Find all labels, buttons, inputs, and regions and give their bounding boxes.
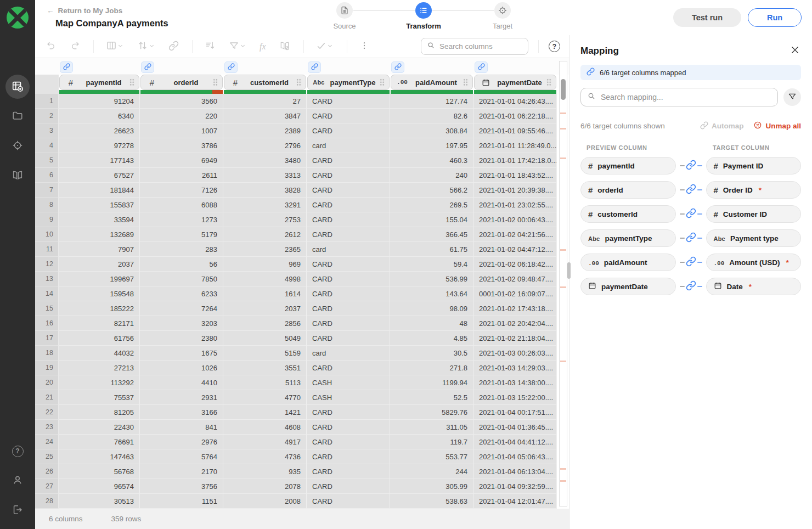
- cell-orderId[interactable]: 3756: [140, 479, 223, 494]
- cell-paidAmount[interactable]: 155.04: [390, 212, 473, 227]
- target-column-pill[interactable]: #Order ID*: [706, 181, 802, 199]
- cell-paymentId[interactable]: 76691: [59, 435, 140, 449]
- validate-menu-button[interactable]: [316, 41, 334, 53]
- column-header-paymentId[interactable]: #paymentId: [59, 75, 139, 90]
- cell-paymentType[interactable]: CARD: [307, 479, 390, 494]
- cell-paidAmount[interactable]: 98.09: [390, 301, 473, 316]
- sidebar-item-target[interactable]: [5, 134, 30, 158]
- cell-paymentDate[interactable]: 2021-01-01 11:28:49.0...: [473, 138, 557, 153]
- cell-paymentId[interactable]: 2037: [59, 257, 140, 272]
- vertical-scrollbar[interactable]: [559, 61, 567, 507]
- mapping-filter-button[interactable]: [783, 88, 801, 106]
- cell-paymentId[interactable]: 7907: [59, 242, 140, 257]
- preview-column-pill[interactable]: .00paidAmount: [580, 254, 676, 271]
- cell-paidAmount[interactable]: 4.85: [390, 331, 473, 346]
- cell-paymentId[interactable]: 75537: [59, 390, 140, 405]
- cell-paidAmount[interactable]: 82.6: [390, 109, 473, 123]
- mapping-link-icon[interactable]: [686, 232, 696, 245]
- cell-customerId[interactable]: 2365: [223, 242, 307, 257]
- cell-paymentId[interactable]: 44032: [59, 346, 140, 361]
- cell-paidAmount[interactable]: 61.75: [390, 242, 473, 257]
- cell-paymentType[interactable]: CARD: [307, 257, 390, 272]
- cell-paymentId[interactable]: 159548: [59, 286, 140, 301]
- cell-paymentId[interactable]: 67527: [59, 168, 140, 183]
- back-link[interactable]: ← Return to My Jobs: [47, 7, 122, 15]
- preview-column-pill[interactable]: AbcpaymentType: [580, 229, 676, 247]
- cell-paymentId[interactable]: 181844: [59, 183, 140, 198]
- cell-paymentType[interactable]: CARD: [307, 361, 390, 375]
- cell-paidAmount[interactable]: 553.77: [390, 449, 473, 464]
- cell-paymentType[interactable]: CARD: [307, 286, 390, 301]
- cell-orderId[interactable]: 7126: [140, 183, 223, 198]
- cell-paymentType[interactable]: CARD: [307, 494, 390, 509]
- cell-customerId[interactable]: 4770: [223, 390, 307, 405]
- cell-customerId[interactable]: 4917: [223, 435, 307, 449]
- cell-paymentId[interactable]: 26623: [59, 123, 140, 138]
- cell-paidAmount[interactable]: 538.63: [390, 494, 473, 509]
- drag-handle-icon[interactable]: [380, 78, 385, 86]
- column-link-badge[interactable]: [60, 61, 73, 73]
- cell-paidAmount[interactable]: 566.2: [390, 183, 473, 198]
- cell-orderId[interactable]: 3786: [140, 138, 223, 153]
- cell-customerId[interactable]: 969: [223, 257, 307, 272]
- cell-paidAmount[interactable]: 30.5: [390, 346, 473, 361]
- redo-button[interactable]: [70, 41, 80, 53]
- cell-paymentDate[interactable]: 2021-01-04 05:06:43....: [473, 449, 557, 464]
- cell-paymentDate[interactable]: 2021-01-02 00:06:43....: [473, 212, 557, 227]
- cell-paymentDate[interactable]: 2021-01-02 06:18:42....: [473, 257, 557, 272]
- cell-paymentId[interactable]: 6340: [59, 109, 140, 123]
- cell-customerId[interactable]: 1614: [223, 286, 307, 301]
- cell-paymentId[interactable]: 82171: [59, 316, 140, 331]
- cell-customerId[interactable]: 5049: [223, 331, 307, 346]
- cell-paidAmount[interactable]: 244: [390, 464, 473, 479]
- column-header-paymentDate[interactable]: paymentDate: [474, 75, 556, 90]
- cell-paymentType[interactable]: CARD: [307, 198, 390, 212]
- cell-paymentId[interactable]: 30513: [59, 494, 140, 509]
- sidebar-logout-button[interactable]: [5, 498, 30, 522]
- preview-column-pill[interactable]: #orderId: [580, 181, 676, 199]
- cell-paymentType[interactable]: card: [307, 346, 390, 361]
- cell-paymentType[interactable]: CARD: [307, 331, 390, 346]
- step-transform[interactable]: Transform: [391, 2, 456, 30]
- run-button[interactable]: Run: [748, 8, 802, 27]
- cell-customerId[interactable]: 3847: [223, 109, 307, 123]
- cell-paymentDate[interactable]: 2021-01-04 01:36:45....: [473, 420, 557, 435]
- cell-paymentType[interactable]: CARD: [307, 420, 390, 435]
- cell-customerId[interactable]: 27: [223, 94, 307, 109]
- sidebar-item-mapping[interactable]: [5, 75, 30, 99]
- cell-paidAmount[interactable]: 460.3: [390, 153, 473, 168]
- drag-handle-icon[interactable]: [213, 78, 218, 86]
- sort-menu-button[interactable]: [137, 40, 155, 53]
- link-columns-button[interactable]: [168, 41, 179, 53]
- more-options-button[interactable]: [359, 41, 369, 52]
- sidebar-help-button[interactable]: ?: [5, 439, 30, 463]
- cell-paymentDate[interactable]: 2021-01-01 18:43:52....: [473, 168, 557, 183]
- cell-orderId[interactable]: 7850: [140, 272, 223, 286]
- cell-paymentDate[interactable]: 2021-01-01 04:26:43....: [473, 94, 557, 109]
- cell-customerId[interactable]: 4736: [223, 449, 307, 464]
- cell-paymentId[interactable]: 91204: [59, 94, 140, 109]
- cell-paymentType[interactable]: CASH: [307, 390, 390, 405]
- cell-paymentId[interactable]: 56768: [59, 464, 140, 479]
- cell-orderId[interactable]: 2170: [140, 464, 223, 479]
- cell-paymentDate[interactable]: 2021-01-03 14:29:03....: [473, 361, 557, 375]
- cell-paymentId[interactable]: 96574: [59, 479, 140, 494]
- cell-paymentType[interactable]: CARD: [307, 435, 390, 449]
- column-link-badge[interactable]: [224, 61, 238, 73]
- reference-button[interactable]: [279, 40, 290, 53]
- cell-orderId[interactable]: 283: [140, 242, 223, 257]
- cell-customerId[interactable]: 1421: [223, 405, 307, 420]
- cell-paymentDate[interactable]: 2021-01-04 06:13:04....: [473, 464, 557, 479]
- cell-customerId[interactable]: 2753: [223, 212, 307, 227]
- step-source[interactable]: Source: [312, 2, 377, 30]
- undo-button[interactable]: [46, 41, 57, 53]
- cell-paymentId[interactable]: 199697: [59, 272, 140, 286]
- cell-paymentType[interactable]: card: [307, 138, 390, 153]
- cell-paymentId[interactable]: 22430: [59, 420, 140, 435]
- cell-paidAmount[interactable]: 269.5: [390, 198, 473, 212]
- cell-paymentDate[interactable]: 2021-01-03 14:38:00....: [473, 375, 557, 390]
- cell-paymentDate[interactable]: 0001-01-02 16:09:07....: [473, 286, 557, 301]
- scrollbar-thumb[interactable]: [561, 79, 566, 100]
- cell-paidAmount[interactable]: 311.05: [390, 420, 473, 435]
- cell-paidAmount[interactable]: 305.99: [390, 479, 473, 494]
